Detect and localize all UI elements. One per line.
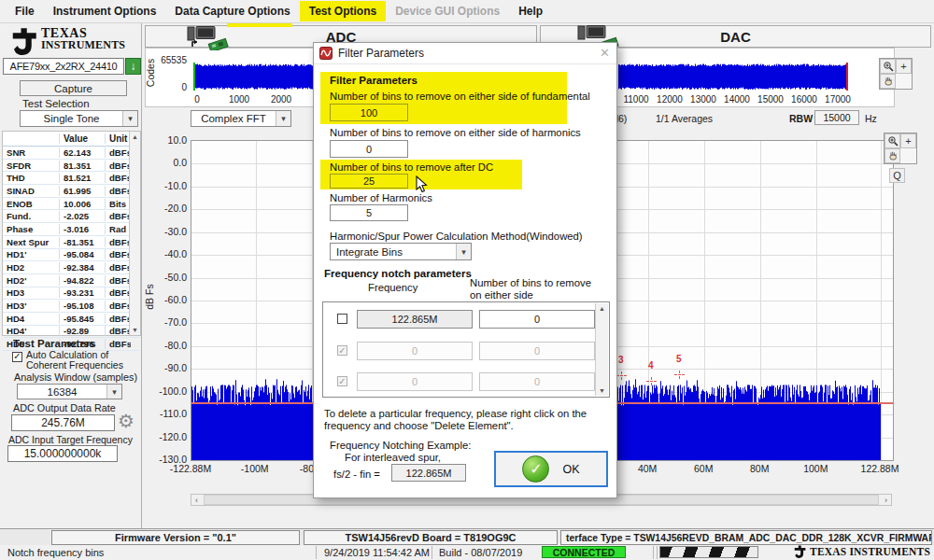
x-tick-label: -122.88M [163,463,219,474]
result-name: HD4' [3,326,59,336]
x-tick-label: 60M [675,463,731,474]
adc-y-min-label: 0 [153,82,187,92]
example-formula: fs/2 - fin = [333,469,380,480]
scroll-right-icon[interactable]: › [881,496,891,505]
adc-x-tick-label: 2000 [261,94,302,105]
capture-button[interactable]: Capture [20,80,127,96]
auto-calc-checkbox[interactable]: ✓ [12,350,22,362]
harmonic-marker-label: 4 [648,360,654,371]
table-row[interactable]: HD3'-95.108dBFs [3,300,140,313]
dac-x-tick-label: 17000 [817,94,858,105]
adc-input-freq-label: ADC Input Target Frequency [8,434,133,445]
device-load-button[interactable]: ↓ [125,58,141,75]
close-icon[interactable]: ✕ [600,46,610,60]
table-row[interactable]: ENOB10.006Bits [3,198,140,211]
notch-bins-input[interactable]: 0 [479,310,595,329]
result-value: -3.016 [59,224,105,234]
download-arrow-icon: ↓ [131,60,136,73]
table-row[interactable]: HD2-92.384dBFs [3,261,140,274]
table-row[interactable]: HD4-95.845dBFs [3,313,140,326]
chevron-down-icon: ▾ [106,385,121,399]
notch-row-checkbox[interactable]: ✓ [337,376,347,386]
table-row[interactable]: SINAD61.995dBFs [3,185,140,198]
scroll-up-icon[interactable]: ▲ [130,132,140,142]
interface-type-box: terface Type = TSW14J56REVD_BRAM_ADC_DAC… [560,530,932,545]
zoom-in-button[interactable]: + [896,59,912,74]
rbw-label: RBW [789,113,813,124]
adc-rate-input[interactable]: 245.76M [11,414,115,431]
results-scrollbar[interactable]: ▲ ▼ [129,132,140,335]
analysis-window-label: Analysis Window (samples) [14,371,137,383]
analysis-window-select[interactable]: 16384 ▾ [17,384,122,399]
notch-row-checkbox[interactable] [337,314,347,324]
result-value: 81.351 [59,161,105,171]
notch-col-bins-2: on either side [470,289,533,301]
method-label: Harmonic/Spur Power Calculation Method(W… [330,231,583,242]
scroll-left-icon[interactable]: ‹ [191,496,202,505]
test-selection-select[interactable]: Single Tone ▾ [20,110,138,127]
zoom-in-button[interactable]: + [900,133,916,148]
harmonics-bins-input[interactable]: 0 [330,140,408,158]
table-row[interactable]: HD4'-92.89dBFs [3,326,140,339]
harmonic-marker-label: 3 [618,355,624,365]
fft-mode-select[interactable]: Complex FFT ▾ [191,110,291,127]
scroll-up-icon[interactable]: ▲ [597,303,607,314]
dialog-title-bar[interactable]: Filter Parameters ✕ [314,43,616,64]
table-row[interactable]: HD3-93.231dBFs [3,287,140,301]
col-unit[interactable]: Unit▼ [105,133,131,144]
adc-input-freq-input[interactable]: 15.000000000k [7,445,118,462]
notch-scrollbar[interactable]: ▲ ▼ [595,303,608,396]
auto-calc-label-2: Coherent Frequencies [26,359,123,371]
table-row[interactable]: SNR62.143dBFs [3,147,140,160]
y-tick-label: -80.0 [146,340,187,351]
dc-bins-input[interactable]: 25 [330,174,408,189]
num-harmonics-input[interactable]: 5 [330,204,408,221]
rbw-input[interactable]: 15000 [814,110,859,125]
ti-logo-icon [9,27,37,55]
notch-bins-input: 0 [479,372,595,391]
table-row[interactable]: THD81.521dBFs [3,172,140,185]
table-row[interactable]: Fund.-2.025dBFs [3,210,140,223]
menu-item-file[interactable]: File [6,1,44,21]
table-row[interactable]: SFDR81.351dBFs [3,160,140,173]
zoom-magnifier-icon[interactable] [884,133,900,148]
pan-hand-icon[interactable] [880,74,896,89]
device-select-input[interactable]: AFE79xx_2x2RX_24410 [3,58,124,75]
result-unit: dBFs [105,301,131,311]
result-name: HD3' [3,301,59,311]
gear-icon[interactable]: ⚙ [118,410,134,432]
menu-item-device-gui-options[interactable]: Device GUI Options [386,1,509,21]
notch-bins-input: 0 [479,342,595,360]
adc-rate-label: ADC Output Data Rate [13,402,116,413]
ok-button[interactable]: ✓ OK [494,451,608,487]
table-row[interactable]: HD2'-94.822dBFs [3,274,140,287]
menu-item-instrument-options[interactable]: Instrument Options [44,1,166,21]
menu-item-data-capture-options[interactable]: Data Capture Options [165,1,299,21]
result-value: -95.845 [59,314,105,324]
col-value[interactable]: Value [59,133,105,144]
dialog-title: Filter Parameters [338,47,424,60]
test-selection-label: Test Selection [22,98,90,109]
menu-item-help[interactable]: Help [509,1,552,21]
table-row[interactable]: Next Spur-81.351dBFs [3,236,140,249]
result-value: -95.084 [59,249,105,259]
notch-row-checkbox[interactable]: ✓ [337,345,347,356]
table-row[interactable]: Phase-3.016Rad [3,223,140,236]
scroll-down-icon[interactable]: ▼ [597,385,607,396]
notch-frequency-input[interactable]: 122.865M [357,310,473,329]
col-unit-label: Unit [109,133,127,144]
y-tick-label: -90.0 [146,362,187,373]
zoom-magnifier-icon[interactable] [880,59,896,74]
scroll-down-icon[interactable]: ▼ [130,325,140,335]
example-title: Frequency Notching Example: [330,440,471,451]
method-select[interactable]: Integrate Bins ▾ [330,243,472,260]
result-unit: dBFs [105,287,131,298]
fundamental-bins-input[interactable]: 100 [330,104,408,121]
pan-hand-icon[interactable] [884,148,900,163]
menu-item-test-options[interactable]: Test Options [300,1,386,21]
y-tick-label: -10.0 [146,180,187,191]
q-cursor-button[interactable]: Q [889,168,905,183]
example-value-input[interactable]: 122.865M [391,464,466,482]
table-row[interactable]: HD1'-95.084dBFs [3,249,140,262]
result-value: 61.995 [59,186,105,196]
